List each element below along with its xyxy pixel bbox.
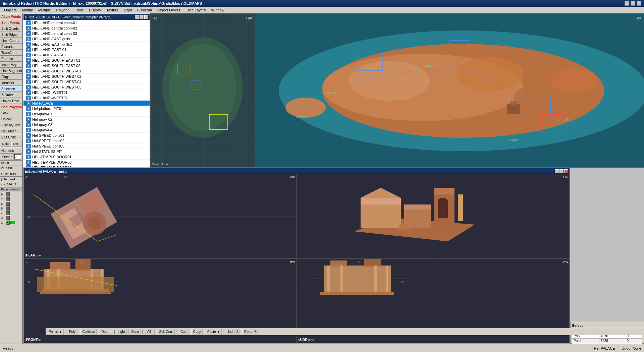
menu-objects[interactable]: Objects: [1, 7, 19, 13]
menu-object-layers[interactable]: Object Layers: [155, 7, 183, 13]
menu-light[interactable]: Light: [121, 7, 135, 13]
menu-eurocom[interactable]: Eurocom: [135, 7, 155, 13]
insert-map-btn[interactable]: Insert Map: [0, 62, 22, 68]
limit-coords-btn[interactable]: Limit Coords: [0, 38, 22, 44]
bad-polygons-btn[interactable]: Bad Polygons: [0, 104, 22, 110]
redo-btn[interactable]: Redo +U: [243, 329, 259, 335]
object-item[interactable]: Hel-quay-01: [23, 111, 150, 117]
identifier-btn[interactable]: Identifier: [0, 80, 22, 86]
object-item[interactable]: HEL-TEMPLE DOOR03: [23, 160, 150, 165]
z-order-btn[interactable]: Z-Order: [0, 92, 22, 98]
visibility-test-btn[interactable]: Visibility Test: [0, 122, 22, 128]
object-item[interactable]: HEL-LAND-EAST-02: [23, 52, 150, 58]
align-points-btn[interactable]: Align Points: [0, 13, 22, 19]
unlock-btn[interactable]: Unlock: [0, 116, 22, 122]
maximize-button[interactable]: □: [631, 1, 635, 6]
object-item[interactable]: Hel-quay-04: [23, 127, 150, 133]
layer-2-active[interactable]: [10, 221, 15, 224]
menu-window[interactable]: Window: [209, 7, 227, 13]
planarize-btn[interactable]: Planarize: [0, 44, 22, 50]
linked-data-btn[interactable]: Linked Data: [0, 98, 22, 104]
minimize-button[interactable]: _: [625, 1, 629, 6]
cut-btn[interactable]: Cut: [178, 329, 189, 335]
line-segment-btn[interactable]: Line Segment: [0, 68, 22, 74]
menu-display[interactable]: Display: [86, 7, 104, 13]
object-item[interactable]: HEL-TEMPLE DOOR01: [23, 154, 150, 160]
enter-btn[interactable]: Entr: [11, 141, 21, 147]
layer-6-eye[interactable]: [6, 202, 10, 206]
output-value[interactable]: [14, 154, 21, 160]
object-item[interactable]: Hel-SPEED poits01: [23, 133, 150, 138]
entity-window-close[interactable]: ×: [564, 169, 568, 173]
object-item[interactable]: HEL-LAND-EAST-01: [23, 47, 150, 52]
split-quads-btn[interactable]: Split Quads: [0, 25, 22, 32]
close-button[interactable]: ×: [637, 1, 641, 6]
points-dropdown-btn[interactable]: Points ▼: [47, 329, 64, 335]
split-points-btn[interactable]: Split Points: [0, 19, 22, 25]
numeric-btn[interactable]: Numeric: [0, 148, 22, 154]
undo-btn[interactable]: Undo U: [225, 329, 239, 335]
object-item[interactable]: Hel-quay-02: [23, 117, 150, 122]
object-item[interactable]: HEL-LAND-central conn-01: [23, 20, 150, 25]
light-btn[interactable]: Light: [116, 329, 127, 335]
right-3d-viewport[interactable]: Spine line Sandy Road seagulls seagulls …: [255, 13, 644, 168]
file-window-close[interactable]: ×: [144, 15, 148, 19]
object-item[interactable]: HEL-LAND-SOUTH WEST-01: [23, 68, 150, 74]
layer-5-eye[interactable]: [6, 207, 10, 211]
edit-child-btn[interactable]: Edit Child: [0, 134, 22, 140]
menu-texture[interactable]: Texture: [104, 7, 121, 13]
output-btn[interactable]: Output: [1, 154, 14, 160]
object-item[interactable]: HEL-LAND-central conn-02: [23, 25, 150, 31]
viewport-3d-entity[interactable]: HW: [297, 174, 570, 258]
object-item[interactable]: HEL-LAND-EAST grills1: [23, 36, 150, 42]
datum-btn[interactable]: Datum: [100, 329, 113, 335]
menu-modify[interactable]: Modify: [19, 7, 35, 13]
menu-multiple[interactable]: Multiple: [36, 7, 54, 13]
nav-mesh-btn[interactable]: Nav Mesh: [0, 128, 22, 134]
file-window-minimize[interactable]: _: [135, 15, 139, 19]
flags-btn[interactable]: Flags: [0, 74, 22, 80]
object-item[interactable]: HEL-LAND-SOUTH WEST-04: [23, 79, 150, 84]
copy-btn[interactable]: Copy: [192, 329, 203, 335]
zone-btn[interactable]: Zone: [130, 329, 141, 335]
entity-window-maximize[interactable]: □: [559, 169, 564, 173]
object-item[interactable]: Hel-SPEED poits03: [23, 143, 150, 149]
object-item[interactable]: Hel-quay-03: [23, 122, 150, 127]
object-item[interactable]: Hel-STATUES PIT: [23, 149, 150, 154]
make-btn[interactable]: Make: [1, 141, 11, 147]
file-window-maximize[interactable]: □: [140, 15, 144, 19]
layer-8-eye[interactable]: [6, 192, 10, 196]
top-2d-viewport[interactable]: HW +Z Snap: None: [150, 13, 255, 168]
entity-window-minimize[interactable]: _: [555, 169, 559, 173]
menu-face-layers[interactable]: Face Layers: [183, 7, 209, 13]
viewport-plan[interactable]: +X +Z Snap: None PLAN HW -Z: [23, 174, 297, 258]
object-item[interactable]: HEL-LAND-EAST grills2: [23, 42, 150, 47]
layer-4-eye[interactable]: [6, 211, 10, 215]
object-item[interactable]: HEL-LAND-SOUTH EAST 02: [23, 63, 150, 68]
object-item[interactable]: HEL-LAND--WEST01: [23, 90, 150, 95]
split-edges-btn[interactable]: Split Edges: [0, 32, 22, 38]
object-item[interactable]: HEL-LAND--WEST02: [23, 95, 150, 101]
object-item[interactable]: HEL-TEMPLE DOOR05: [23, 165, 150, 167]
object-item[interactable]: HEL-LAND-SOUTH EAST 01: [23, 58, 150, 63]
layer-2-eye[interactable]: 👁: [6, 221, 10, 225]
selection-btn[interactable]: Selection: [0, 86, 22, 92]
object-item[interactable]: HEL-LAND-SOUTH WEST-05: [23, 84, 150, 90]
layer-7-eye[interactable]: [6, 197, 10, 201]
menu-polygon[interactable]: Polygon: [54, 7, 72, 13]
object-item[interactable]: Hel-PALACE: [23, 101, 150, 106]
object-item[interactable]: HEL-LAND-central conn-03: [23, 31, 150, 36]
collision-btn[interactable]: Collision: [80, 329, 97, 335]
layer-3-eye[interactable]: [6, 216, 10, 220]
all-btn[interactable]: All: [144, 329, 155, 335]
object-item[interactable]: HEL-LAND-SOUTH WEST-02: [23, 74, 150, 79]
transform-btn[interactable]: Transform: [0, 50, 22, 56]
object-item[interactable]: Hel-platform PIT01: [23, 106, 150, 111]
poly-btn[interactable]: Poly: [67, 329, 77, 335]
object-item[interactable]: Hel-SPEED poits02: [23, 138, 150, 143]
reduce-btn[interactable]: Reduce: [0, 56, 22, 62]
sel-con-btn[interactable]: Sel. Con.: [158, 329, 175, 335]
lock-btn[interactable]: Lock: [0, 110, 22, 116]
menu-tools[interactable]: Tools: [72, 7, 86, 13]
paste-dropdown-btn[interactable]: Paste ▼: [206, 329, 222, 335]
